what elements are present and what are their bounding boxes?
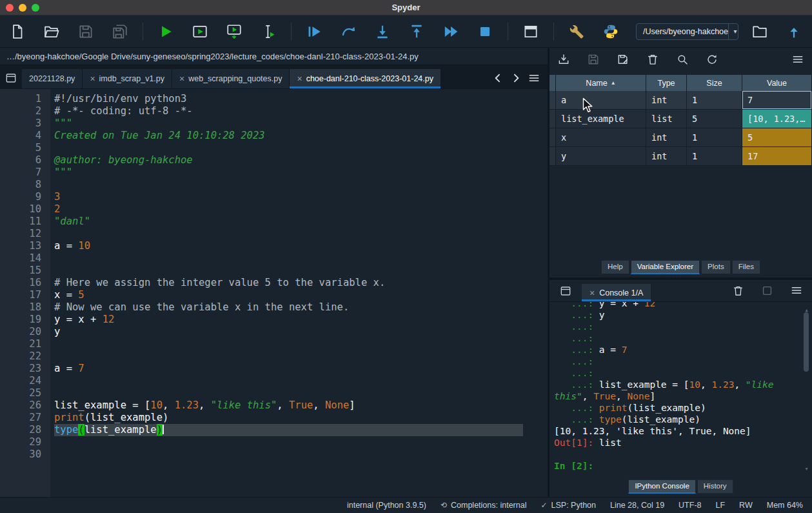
- code-line[interactable]: list_example = [10, 1.23, "like this", T…: [54, 399, 523, 412]
- variable-size-cell[interactable]: 1: [687, 91, 742, 110]
- remove-variable-button[interactable]: [646, 53, 659, 68]
- code-line[interactable]: [54, 375, 523, 387]
- variable-name-cell[interactable]: y: [556, 147, 646, 166]
- variable-name-cell[interactable]: list_example: [556, 110, 646, 128]
- save-data-as-button[interactable]: [617, 53, 629, 68]
- variable-type-cell[interactable]: int: [646, 147, 687, 166]
- console-output[interactable]: ...: y = x + 12 ...: y ...: ...: ...: a …: [554, 302, 799, 472]
- code-line[interactable]: [54, 252, 523, 265]
- browse-tabs-button[interactable]: [0, 69, 22, 88]
- editor-tab[interactable]: ×web_scrapping_quotes.py: [172, 69, 290, 88]
- open-file-button[interactable]: [39, 19, 64, 45]
- previous-tab-button[interactable]: [490, 70, 506, 87]
- console-scrollbar[interactable]: ▲ ▼: [802, 303, 811, 476]
- pane-tab-plots[interactable]: Plots: [701, 260, 731, 274]
- run-file-button[interactable]: [153, 19, 179, 45]
- preferences-button[interactable]: [564, 19, 589, 45]
- code-line[interactable]: type(list_example): [54, 424, 523, 436]
- run-current-line-button[interactable]: [335, 19, 361, 45]
- code-line[interactable]: a = 10: [54, 240, 523, 252]
- step-return-button[interactable]: [404, 19, 430, 45]
- step-into-button[interactable]: [370, 19, 395, 45]
- column-header-type[interactable]: Type: [646, 75, 687, 91]
- code-line[interactable]: Created on Tue Jan 24 10:10:28 2023: [54, 130, 523, 142]
- import-data-button[interactable]: [557, 53, 570, 68]
- code-line[interactable]: """: [54, 117, 523, 130]
- code-line[interactable]: [54, 436, 523, 448]
- minimize-window-button[interactable]: [19, 4, 26, 12]
- pane-tab-history[interactable]: History: [697, 479, 733, 494]
- code-line[interactable]: """: [54, 166, 523, 179]
- run-cell-button[interactable]: [187, 19, 213, 45]
- variable-size-cell[interactable]: 5: [687, 110, 742, 128]
- column-header-name[interactable]: Name▲: [556, 75, 646, 91]
- python-path-button[interactable]: [598, 19, 624, 45]
- zoom-window-button[interactable]: [32, 4, 39, 12]
- variable-type-cell[interactable]: int: [646, 91, 687, 110]
- close-window-button[interactable]: [6, 4, 14, 12]
- code-line[interactable]: #!/usr/bin/env python3: [54, 93, 523, 105]
- variable-name-cell[interactable]: a: [556, 91, 646, 110]
- table-row[interactable]: xint15: [550, 128, 812, 147]
- next-tab-button[interactable]: [508, 70, 524, 87]
- variable-explorer-options-menu-button[interactable]: [791, 53, 804, 68]
- editor-tab[interactable]: ×choe-danl-210-class-2023-01-24.py: [290, 69, 441, 88]
- continue-button[interactable]: [438, 19, 464, 45]
- variable-size-cell[interactable]: 1: [687, 147, 742, 166]
- code-line[interactable]: [54, 387, 523, 399]
- code-line[interactable]: 2: [54, 203, 523, 216]
- code-line[interactable]: x = 5: [54, 289, 523, 301]
- code-line[interactable]: a = 7: [54, 363, 523, 375]
- run-selection-button[interactable]: [255, 19, 281, 45]
- code-line[interactable]: [54, 338, 523, 350]
- code-line[interactable]: [54, 142, 523, 154]
- code-editor[interactable]: 1234567891011121314151617181920212223242…: [0, 89, 548, 497]
- browse-directory-button[interactable]: [747, 19, 773, 45]
- table-row[interactable]: aint17: [550, 91, 812, 110]
- refresh-variables-button[interactable]: [706, 53, 718, 68]
- table-row[interactable]: yint117: [550, 147, 812, 166]
- editor-tab[interactable]: 20221128.py: [22, 69, 83, 88]
- pane-tab-variable-explorer[interactable]: Variable Explorer: [631, 260, 700, 274]
- column-header-value[interactable]: Value: [742, 75, 812, 91]
- working-directory-select[interactable]: /Users/byeong-hakchoe ▾: [636, 23, 738, 40]
- variable-value-cell[interactable]: [10, 1.23,…: [742, 110, 812, 128]
- scroll-down-icon[interactable]: ▼: [802, 463, 811, 475]
- close-icon[interactable]: ×: [90, 74, 95, 83]
- code-line[interactable]: print(list_example): [54, 412, 523, 424]
- new-file-button[interactable]: [5, 19, 30, 45]
- close-icon[interactable]: ×: [589, 288, 595, 297]
- save-button[interactable]: [73, 19, 99, 45]
- stop-button[interactable]: [472, 19, 498, 45]
- code-line[interactable]: y: [54, 326, 523, 338]
- close-console-button[interactable]: [732, 285, 744, 299]
- editor-options-menu-button[interactable]: [526, 70, 542, 87]
- variable-value-cell[interactable]: 17: [742, 147, 812, 166]
- code-line[interactable]: [54, 350, 523, 363]
- save-data-button[interactable]: [587, 53, 600, 68]
- code-line[interactable]: @author: byeong-hakchoe: [54, 154, 523, 166]
- search-variable-button[interactable]: [676, 53, 689, 68]
- debug-file-button[interactable]: [301, 19, 327, 45]
- pane-tab-help[interactable]: Help: [601, 260, 629, 274]
- variable-size-cell[interactable]: 1: [687, 128, 742, 147]
- code-line[interactable]: "danl": [54, 216, 523, 228]
- run-cell-advance-button[interactable]: [221, 19, 247, 45]
- variable-type-cell[interactable]: int: [646, 128, 687, 147]
- save-all-button[interactable]: [107, 19, 133, 45]
- variable-value-cell[interactable]: 5: [742, 128, 812, 147]
- scrollbar-thumb[interactable]: [804, 312, 809, 372]
- parent-directory-button[interactable]: [781, 19, 807, 45]
- pane-tab-ipython-console[interactable]: IPython Console: [628, 479, 695, 494]
- code-line[interactable]: 3: [54, 191, 523, 203]
- code-line[interactable]: # -*- coding: utf-8 -*-: [54, 105, 523, 117]
- browse-consoles-button[interactable]: [555, 282, 577, 301]
- code-line[interactable]: [54, 228, 523, 240]
- editor-tab[interactable]: ×imdb_scrap_v1.py: [83, 69, 172, 88]
- column-header-size[interactable]: Size: [687, 75, 742, 91]
- variable-value-cell[interactable]: 7: [742, 91, 812, 110]
- console-tab[interactable]: × Console 1/A: [582, 284, 651, 301]
- code-line[interactable]: # Here we assign the integer value 5 to …: [54, 277, 523, 289]
- code-line[interactable]: [54, 265, 523, 277]
- code-line[interactable]: [54, 448, 523, 461]
